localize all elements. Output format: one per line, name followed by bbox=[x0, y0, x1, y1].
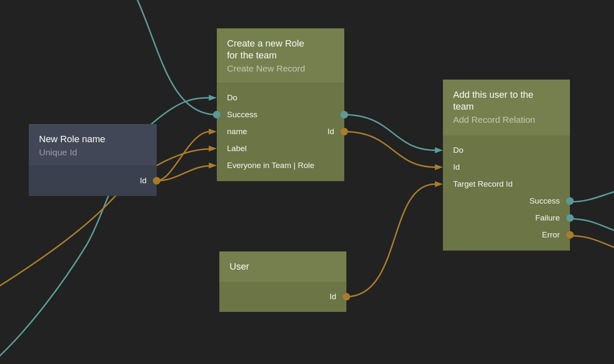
port-row: Label bbox=[217, 140, 344, 157]
port-label-everyone-in-team-role: Everyone in Team | Role bbox=[227, 161, 314, 170]
port-row: Target Record Id bbox=[443, 176, 570, 193]
port-row: Id bbox=[219, 288, 346, 305]
node-new-role-name[interactable]: New Role name Unique Id Id bbox=[29, 124, 157, 196]
output-port-id-dot[interactable] bbox=[340, 128, 348, 135]
port-row: Do bbox=[217, 89, 344, 106]
node-title: User bbox=[230, 261, 336, 273]
port-label-success: Success bbox=[529, 196, 560, 206]
node-user[interactable]: User Id bbox=[219, 251, 346, 312]
port-row: Do bbox=[443, 142, 570, 159]
port-row: name Id bbox=[217, 123, 344, 140]
output-port-id-dot[interactable] bbox=[153, 177, 160, 185]
port-row: Id bbox=[29, 172, 157, 189]
port-label-id: Id bbox=[327, 127, 334, 136]
port-row: Everyone in Team | Role bbox=[217, 157, 344, 174]
output-port-success-dot[interactable] bbox=[340, 111, 348, 119]
port-label-target-record-id: Target Record Id bbox=[453, 179, 512, 189]
port-label-success: Success bbox=[227, 110, 257, 119]
port-label-do: Do bbox=[453, 146, 463, 155]
node-header: Add this user to the team Add Record Rel… bbox=[443, 80, 570, 135]
connection-add-success-to-offscreen-right[interactable] bbox=[570, 191, 614, 202]
port-row: Error bbox=[443, 226, 570, 243]
node-ports: Do Id Target Record Id Success Failure E… bbox=[443, 135, 570, 251]
node-subtitle: Unique Id bbox=[39, 146, 147, 158]
node-ports: Do Success name Id Label Everyone in Tea… bbox=[217, 83, 344, 181]
node-ports: Id bbox=[219, 282, 346, 312]
port-row: Id bbox=[443, 159, 570, 176]
input-port-target-record-id-arrow[interactable] bbox=[435, 181, 443, 187]
node-create-new-record[interactable]: Create a new Role for the team Create Ne… bbox=[217, 28, 344, 181]
input-port-do-arrow[interactable] bbox=[209, 95, 217, 101]
node-header: Create a new Role for the team Create Ne… bbox=[217, 28, 344, 83]
node-ports: Id bbox=[29, 165, 157, 196]
port-label-failure: Failure bbox=[535, 213, 560, 223]
node-title: Create a new Role for the team bbox=[227, 38, 314, 61]
output-port-error-dot[interactable] bbox=[566, 231, 574, 239]
node-subtitle: Create New Record bbox=[227, 63, 334, 74]
output-port-failure-dot[interactable] bbox=[566, 214, 574, 222]
input-port-everyone-arrow[interactable] bbox=[209, 163, 217, 168]
port-label-do: Do bbox=[227, 93, 237, 102]
node-title: New Role name bbox=[39, 133, 147, 145]
node-editor-canvas[interactable]: New Role name Unique Id Id Create a new … bbox=[0, 0, 614, 364]
port-label-id: Id bbox=[140, 176, 147, 185]
port-label-id: Id bbox=[453, 163, 460, 172]
connection-new-role-id-to-create-everyone[interactable] bbox=[157, 166, 210, 181]
port-row: Failure bbox=[443, 210, 570, 226]
connection-user-id-to-add-target-record-id[interactable] bbox=[346, 184, 435, 297]
input-port-label-arrow[interactable] bbox=[209, 146, 217, 152]
connection-add-failure-to-offscreen-right[interactable] bbox=[570, 219, 614, 232]
input-port-name-arrow[interactable] bbox=[209, 129, 217, 135]
input-port-do-arrow[interactable] bbox=[435, 147, 443, 153]
connection-add-error-to-offscreen-right[interactable] bbox=[570, 236, 614, 248]
port-label-name: name bbox=[227, 127, 247, 136]
output-port-id-dot[interactable] bbox=[343, 293, 350, 301]
port-label-label: Label bbox=[227, 144, 247, 153]
output-port-success-dot-left[interactable] bbox=[213, 111, 221, 119]
node-header: New Role name Unique Id bbox=[29, 124, 157, 165]
port-label-error: Error bbox=[542, 230, 560, 240]
node-header: User bbox=[219, 251, 346, 282]
port-row: Success bbox=[443, 193, 570, 210]
node-title: Add this user to the team bbox=[453, 89, 547, 113]
node-subtitle: Add Record Relation bbox=[453, 114, 560, 125]
input-port-id-arrow[interactable] bbox=[435, 164, 443, 170]
node-add-record-relation[interactable]: Add this user to the team Add Record Rel… bbox=[443, 80, 570, 251]
port-label-id: Id bbox=[329, 292, 336, 301]
port-row: Success bbox=[217, 106, 344, 123]
output-port-success-dot[interactable] bbox=[566, 197, 574, 205]
